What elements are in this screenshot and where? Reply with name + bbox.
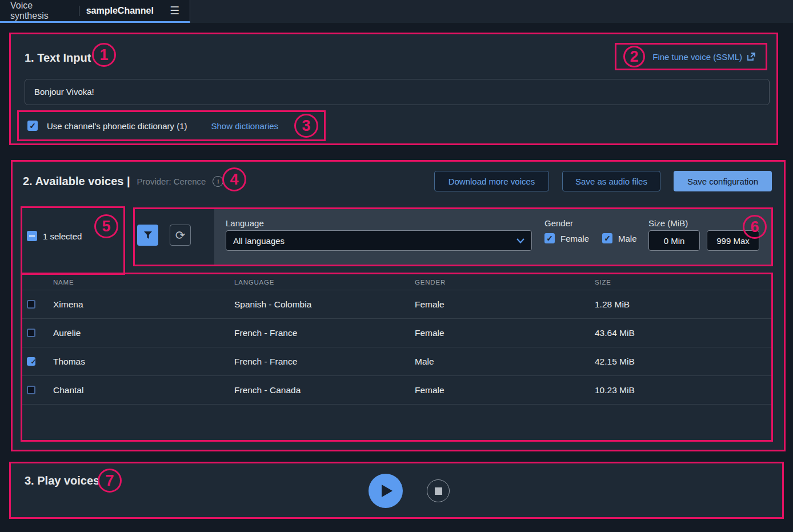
annotation-circle-6: 6 <box>743 215 767 239</box>
language-label: Language <box>226 218 264 228</box>
voice-gender: Female <box>410 328 590 338</box>
app-window: Voice synthesis sampleChannel ☰ 1. Text … <box>0 0 793 532</box>
stop-button[interactable] <box>427 479 450 502</box>
row-checkbox[interactable] <box>27 329 35 337</box>
section-title-available-voices: 2. Available voices | <box>23 174 130 189</box>
phonetic-dictionary-annotation-box: Use channel's phonetic dictionary (1) Sh… <box>17 110 326 141</box>
funnel-icon <box>143 231 153 239</box>
provider-label: Provider: Cerence <box>137 177 206 186</box>
voices-header: 2. Available voices | Provider: Cerence … <box>23 174 223 189</box>
selection-annotation-box: 1 selected 5 <box>21 206 125 275</box>
annotation-circle-7: 7 <box>98 469 122 493</box>
tab-voice-synthesis[interactable]: Voice synthesis sampleChannel ☰ <box>0 0 190 23</box>
voice-size: 42.15 MiB <box>590 357 771 367</box>
external-link-icon <box>747 53 755 61</box>
chevron-down-icon <box>516 238 524 243</box>
fine-tune-voice-link[interactable]: Fine tune voice (SSML) <box>652 52 755 62</box>
filter-panel: Language All languages Gender Female Mal… <box>214 209 771 265</box>
filters-annotation-box: ⟳ Language All languages Gender Female <box>133 207 773 266</box>
available-voices-section: 2. Available voices | Provider: Cerence … <box>11 160 786 451</box>
phonetic-dictionary-checkbox[interactable] <box>27 121 38 131</box>
stop-icon <box>435 487 442 495</box>
refresh-button[interactable]: ⟳ <box>170 225 191 246</box>
gender-male-option: Male <box>602 233 637 243</box>
topbar: Voice synthesis sampleChannel ☰ <box>0 0 793 23</box>
voice-size: 1.28 MiB <box>590 299 771 310</box>
voice-size: 43.64 MiB <box>590 328 771 338</box>
voice-language: French - France <box>230 357 410 367</box>
voice-gender: Female <box>410 299 590 310</box>
app-title: Voice synthesis <box>10 1 72 21</box>
row-checkbox[interactable] <box>27 357 35 366</box>
size-label: Size (MiB) <box>648 218 688 228</box>
voices-table-header: NAME LANGUAGE GENDER SIZE <box>22 274 771 290</box>
language-select[interactable]: All languages <box>226 230 532 251</box>
fine-tune-annotation-box: 2 Fine tune voice (SSML) <box>615 43 767 70</box>
size-min-input[interactable] <box>648 230 700 251</box>
tab-divider <box>79 6 79 16</box>
channel-name: sampleChannel <box>86 6 154 16</box>
row-checkbox[interactable] <box>27 300 35 309</box>
voices-table-annotation-box: NAME LANGUAGE GENDER SIZE Ximena Spanish… <box>21 273 773 442</box>
table-row-chantal[interactable]: Chantal French - Canada Female 10.23 MiB <box>22 376 771 405</box>
voices-table: NAME LANGUAGE GENDER SIZE Ximena Spanish… <box>22 274 771 405</box>
download-more-voices-button[interactable]: Download more voices <box>434 171 549 191</box>
voice-language: Spanish - Colombia <box>230 299 410 310</box>
menu-icon[interactable]: ☰ <box>170 5 179 16</box>
voice-name: Chantal <box>49 385 230 395</box>
save-as-audio-files-button[interactable]: Save as audio files <box>562 171 660 191</box>
header-size: SIZE <box>590 279 771 286</box>
female-label: Female <box>560 234 589 243</box>
male-label: Male <box>618 234 637 243</box>
select-all-checkbox[interactable] <box>27 231 37 241</box>
voice-name: Aurelie <box>49 328 230 338</box>
annotation-circle-3: 3 <box>294 114 318 138</box>
play-voices-section: 3. Play voices 7 <box>9 462 784 519</box>
voice-name: Ximena <box>49 299 230 310</box>
voice-gender: Female <box>410 385 590 395</box>
filter-button[interactable] <box>137 225 158 246</box>
row-checkbox[interactable] <box>27 386 35 394</box>
annotation-circle-4: 4 <box>222 167 246 191</box>
play-button[interactable] <box>369 474 403 508</box>
annotation-circle-5: 5 <box>94 214 118 238</box>
refresh-icon: ⟳ <box>175 229 186 242</box>
header-name: NAME <box>49 279 230 286</box>
phonetic-dictionary-label: Use channel's phonetic dictionary (1) <box>47 121 187 131</box>
annotation-circle-2: 2 <box>623 46 645 67</box>
voice-language: French - Canada <box>230 385 410 395</box>
voice-language: French - France <box>230 328 410 338</box>
play-icon <box>382 485 393 497</box>
voice-name: Thomas <box>49 357 230 367</box>
female-checkbox[interactable] <box>544 233 555 243</box>
show-dictionaries-link[interactable]: Show dictionaries <box>211 121 279 131</box>
fine-tune-voice-label: Fine tune voice (SSML) <box>652 52 742 62</box>
voice-gender: Male <box>410 357 590 367</box>
header-language: LANGUAGE <box>230 279 410 286</box>
table-row-ximena[interactable]: Ximena Spanish - Colombia Female 1.28 Mi… <box>22 290 771 319</box>
annotation-circle-1: 1 <box>92 43 116 67</box>
section-title-play-voices: 3. Play voices <box>25 473 99 488</box>
save-configuration-button[interactable]: Save configuration <box>674 171 772 191</box>
section-title-text-input: 1. Text Input <box>25 50 91 65</box>
gender-female-option: Female <box>544 233 589 243</box>
table-row-aurelie[interactable]: Aurelie French - France Female 43.64 MiB <box>22 319 771 347</box>
male-checkbox[interactable] <box>602 233 612 243</box>
header-gender: GENDER <box>410 279 590 286</box>
voice-size: 10.23 MiB <box>590 385 771 395</box>
selected-count-label: 1 selected <box>43 231 82 241</box>
language-selected-value: All languages <box>233 236 285 246</box>
table-row-thomas[interactable]: Thomas French - France Male 42.15 MiB <box>22 347 771 376</box>
synthesis-text-input[interactable]: Bonjour Vivoka! <box>25 79 770 105</box>
text-input-section: 1. Text Input 1 2 Fine tune voice (SSML)… <box>9 33 778 145</box>
gender-label: Gender <box>544 218 573 228</box>
